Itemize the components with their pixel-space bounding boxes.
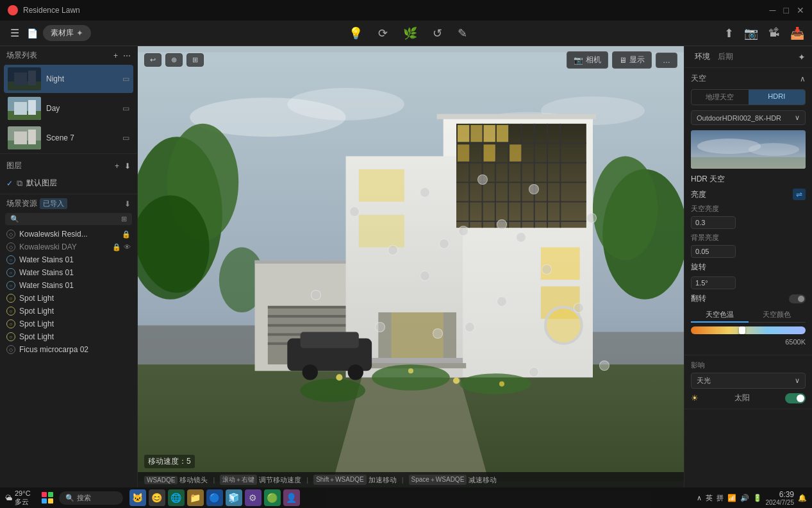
sky-color-temp-tab[interactable]: 天空色温	[691, 308, 749, 323]
app-icon-blue[interactable]: 🔵	[206, 489, 223, 506]
taskbar-volume-icon[interactable]: 🔊	[740, 494, 749, 502]
collapse-layer-button[interactable]: ⬇	[124, 162, 131, 171]
add-layer-button[interactable]: +	[115, 162, 119, 171]
more-scenes-button[interactable]: ⋯	[123, 51, 131, 60]
rotation-input[interactable]	[691, 276, 736, 289]
dot-indicator-10[interactable]	[497, 296, 507, 307]
camera-button[interactable]: 📷 相机	[567, 51, 608, 69]
display-button[interactable]: 🖥 显示	[612, 51, 652, 69]
taskbar-ime-icon[interactable]: 拼	[717, 493, 724, 503]
resources-collapse-btn[interactable]: ⬇	[124, 199, 131, 208]
app-icon-gear[interactable]: ⚙	[245, 489, 261, 506]
app-icon-cat[interactable]: 🐱	[129, 489, 146, 506]
nature-icon[interactable]: 🌿	[403, 26, 417, 40]
dot-indicator-19[interactable]	[599, 360, 609, 371]
app-icon-ice[interactable]: 🧊	[226, 489, 242, 506]
color-temp-slider[interactable]	[691, 326, 806, 334]
sky-brightness-input[interactable]	[691, 216, 736, 229]
resource-item-spotlight3[interactable]: ○ Spot Light	[0, 318, 137, 330]
resource-item-kowalewski-day[interactable]: ◇ Kowalewski DAY 🔒 👁	[0, 241, 137, 253]
more-vp-button[interactable]: …	[656, 53, 677, 68]
rotate-icon[interactable]: ↺	[433, 26, 442, 40]
dot-indicator-1[interactable]	[349, 207, 360, 217]
dot-indicator-18[interactable]	[586, 213, 597, 223]
grid-tool-button[interactable]: ⊞	[186, 53, 204, 67]
lock-icon-2[interactable]: 🔒	[112, 243, 121, 251]
eye-icon[interactable]: 👁	[124, 243, 131, 251]
share-icon[interactable]: ⬆	[724, 26, 734, 40]
magic-icon[interactable]: ✦	[798, 52, 806, 62]
resource-item-ficus[interactable]: ◇ Ficus microcarpa 02	[0, 343, 137, 356]
taskbar-battery-icon[interactable]: 🔋	[753, 494, 762, 502]
taskbar-up-icon[interactable]: ∧	[697, 494, 702, 502]
maximize-btn[interactable]: □	[784, 5, 789, 15]
lock-icon[interactable]: 🔒	[122, 230, 131, 239]
dot-indicator-9[interactable]	[574, 303, 584, 313]
resource-item-spotlight4[interactable]: ○ Spot Light	[0, 330, 137, 343]
resource-item-water2[interactable]: ○ Water Stains 01	[0, 266, 137, 279]
color-temp-thumb[interactable]	[739, 326, 745, 334]
notification-icon[interactable]: 🔔	[798, 494, 807, 502]
sky-light-dropdown[interactable]: 天光 ∨	[691, 373, 806, 389]
curve-icon[interactable]: ⟳	[378, 26, 388, 40]
dot-indicator-12[interactable]	[433, 328, 443, 339]
hdri-select[interactable]: OutdoorHDRI002_8K-HDR ∨	[691, 110, 806, 125]
scene-item-night[interactable]: Night ▭	[4, 65, 133, 93]
window-controls[interactable]: ─ □ ✕	[770, 5, 804, 15]
dot-indicator-2[interactable]	[388, 245, 398, 255]
minimize-btn[interactable]: ─	[770, 5, 776, 15]
geo-sky-btn[interactable]: 地理天空	[692, 90, 749, 105]
resource-item-kowalewski-resid[interactable]: ◇ Kowalewski Resid... 🔒	[0, 228, 137, 241]
video-icon[interactable]: 📽	[768, 26, 780, 40]
flip-toggle[interactable]	[789, 294, 806, 303]
grid-icon[interactable]: ⊞	[121, 215, 127, 223]
dot-indicator-15[interactable]	[420, 187, 430, 198]
taskbar-clock[interactable]: 6:39 2024/7/25	[766, 490, 795, 506]
viewport[interactable]: ↩ ⊕ ⊞ 📷 相机 🖥 显示 …	[138, 46, 684, 487]
brightness-adj-button[interactable]: ⇌	[793, 189, 806, 200]
dot-indicator-20[interactable]	[529, 367, 539, 377]
dot-indicator-11[interactable]	[465, 322, 475, 332]
app-icon-green[interactable]: 🟢	[264, 489, 281, 506]
app-icon-face[interactable]: 😊	[149, 489, 165, 506]
layer-item-default[interactable]: ✓ ⧉ 默认图层	[0, 175, 137, 191]
dot-indicator-16[interactable]	[477, 174, 488, 185]
camera-icon[interactable]: 📷	[744, 26, 758, 40]
dot-indicator-4[interactable]	[439, 239, 449, 249]
download-icon[interactable]: 📥	[790, 26, 804, 40]
resource-item-water1[interactable]: ○ Water Stains 01	[0, 253, 137, 266]
dot-indicator-7[interactable]	[516, 232, 526, 242]
add-scene-button[interactable]: +	[113, 51, 118, 60]
app-icon-folder[interactable]: 📁	[187, 489, 204, 506]
dot-indicator-6[interactable]	[497, 219, 507, 230]
taskbar-lang-icon[interactable]: 英	[706, 493, 713, 503]
app-icon-user[interactable]: 👤	[283, 489, 300, 506]
dot-indicator-14[interactable]	[311, 290, 321, 300]
taskbar-wifi-icon[interactable]: 📶	[727, 494, 736, 502]
asset-library-button[interactable]: 素材库 ✦	[43, 25, 91, 41]
sky-collapse-icon[interactable]: ∧	[800, 74, 806, 83]
resource-item-spotlight2[interactable]: ○ Spot Light	[0, 305, 137, 318]
hdri-btn[interactable]: HDRI	[749, 90, 806, 105]
app-icon-globe[interactable]: 🌐	[168, 489, 185, 506]
dot-indicator-3[interactable]	[420, 271, 430, 281]
scene-item-day[interactable]: Day ▭	[4, 94, 133, 123]
dot-indicator-5[interactable]	[458, 226, 468, 236]
file-icon[interactable]: 📄	[27, 28, 38, 38]
bg-brightness-input[interactable]	[691, 245, 736, 258]
menu-button[interactable]: ☰	[8, 24, 22, 42]
resource-item-spotlight1[interactable]: ○ Spot Light	[0, 292, 137, 305]
resource-item-water3[interactable]: ○ Water Stains 01	[0, 279, 137, 292]
start-button[interactable]	[40, 490, 55, 505]
navigate-tool-button[interactable]: ↩	[144, 53, 162, 67]
dot-indicator-13[interactable]	[375, 322, 385, 332]
search-input[interactable]	[22, 216, 119, 223]
tab-env[interactable]: 环境	[691, 50, 714, 64]
dot-indicator-17[interactable]	[529, 184, 539, 194]
taskbar-search[interactable]: 🔍 搜索	[59, 491, 123, 505]
dot-indicator-8[interactable]	[542, 264, 552, 275]
tab-post[interactable]: 后期	[714, 50, 737, 64]
light-icon[interactable]: 💡	[349, 26, 363, 40]
close-btn[interactable]: ✕	[797, 5, 804, 15]
sky-color-tab[interactable]: 天空颜色	[749, 308, 806, 323]
